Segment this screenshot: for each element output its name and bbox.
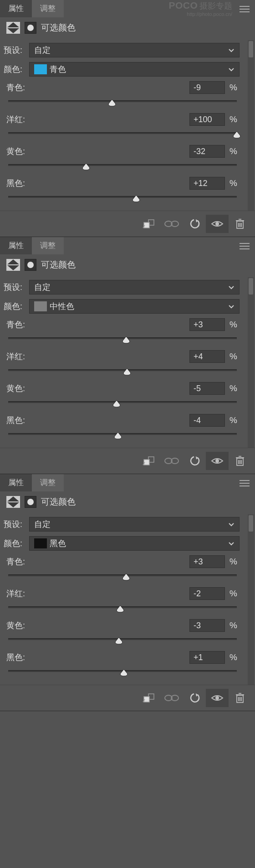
slider-value-input[interactable]: +3 — [189, 555, 225, 568]
view-previous-button[interactable] — [160, 689, 183, 707]
panel-menu-icon[interactable] — [240, 480, 250, 489]
slider-track[interactable] — [8, 432, 237, 443]
reset-button[interactable] — [183, 689, 206, 707]
slider-thumb[interactable] — [116, 605, 124, 613]
adjustment-layer-icon — [6, 22, 20, 34]
panel-menu-icon[interactable] — [240, 243, 250, 252]
tab-adjustments[interactable]: 调整 — [32, 237, 64, 254]
slider-thumb[interactable] — [108, 99, 116, 107]
slider-value-input[interactable]: -5 — [189, 382, 225, 395]
color-select[interactable]: 青色 — [29, 62, 240, 77]
slider-cyan: 青色: +3 % — [4, 555, 240, 584]
slider-value-input[interactable]: -9 — [189, 81, 225, 94]
adjustment-layer-icon — [6, 496, 20, 508]
slider-thumb[interactable] — [122, 574, 130, 581]
percent-label: % — [230, 620, 239, 630]
slider-thumb[interactable] — [112, 400, 121, 408]
slider-track[interactable] — [8, 195, 237, 206]
reset-button[interactable] — [183, 215, 206, 233]
svg-point-21 — [215, 459, 219, 463]
slider-track[interactable] — [8, 336, 237, 347]
slider-thumb[interactable] — [115, 637, 123, 645]
panel-footer — [0, 685, 255, 711]
slider-track[interactable] — [8, 131, 237, 142]
color-swatch — [34, 538, 47, 548]
panel-header: 可选颜色 — [0, 254, 255, 277]
toggle-visibility-button[interactable] — [206, 452, 229, 470]
color-swatch — [34, 64, 47, 74]
tab-properties[interactable]: 属性 — [0, 237, 32, 254]
slider-track[interactable] — [8, 400, 237, 411]
adjustment-layer-icon — [6, 259, 20, 271]
clip-to-layer-button[interactable] — [138, 452, 160, 470]
slider-thumb[interactable] — [114, 432, 122, 439]
slider-black: 黑色: +1 % — [4, 651, 240, 680]
selective-color-icon — [25, 259, 36, 271]
preset-select[interactable]: 自定 — [29, 43, 240, 57]
panel-header: 可选颜色 — [0, 17, 255, 40]
delete-button[interactable] — [229, 452, 251, 470]
tab-adjustments[interactable]: 调整 — [32, 474, 64, 491]
slider-track[interactable] — [8, 605, 237, 616]
slider-label: 黑色: — [6, 652, 25, 663]
preset-label: 预设: — [4, 519, 26, 530]
slider-thumb[interactable] — [82, 163, 90, 170]
toggle-visibility-button[interactable] — [206, 689, 229, 707]
slider-thumb[interactable] — [122, 336, 130, 344]
selective-color-panel: 属性 调整 可选颜色 预设: 自定 颜色: 中性色 — [0, 237, 255, 474]
slider-value-input[interactable]: +4 — [189, 350, 225, 363]
slider-thumb[interactable] — [123, 368, 131, 376]
tab-adjustments[interactable]: 调整 — [32, 0, 64, 17]
panel-title: 可选颜色 — [41, 259, 76, 271]
slider-value-input[interactable]: -3 — [189, 619, 225, 632]
slider-value-input[interactable]: +3 — [189, 318, 225, 331]
slider-value-input[interactable]: -32 — [189, 145, 225, 158]
color-swatch — [34, 301, 47, 311]
slider-yellow: 黄色: -3 % — [4, 619, 240, 648]
clip-to-layer-button[interactable] — [138, 689, 160, 707]
view-previous-button[interactable] — [160, 452, 183, 470]
slider-track[interactable] — [8, 99, 237, 110]
preset-select[interactable]: 自定 — [29, 280, 240, 294]
panel-header: 可选颜色 — [0, 491, 255, 514]
slider-thumb[interactable] — [233, 131, 241, 139]
selective-color-panel: 属性 调整 可选颜色 预设: 自定 颜色: 黑色 — [0, 474, 255, 711]
slider-track[interactable] — [8, 368, 237, 379]
tab-properties[interactable]: 属性 — [0, 474, 32, 491]
slider-black: 黑色: -4 % — [4, 414, 240, 443]
slider-value-input[interactable]: -2 — [189, 587, 225, 600]
view-previous-button[interactable] — [160, 215, 183, 233]
slider-track[interactable] — [8, 163, 237, 174]
slider-thumb[interactable] — [132, 195, 140, 202]
slider-value-input[interactable]: +1 — [189, 651, 225, 664]
slider-label: 黑色: — [6, 415, 25, 426]
delete-button[interactable] — [229, 215, 251, 233]
delete-button[interactable] — [229, 689, 251, 707]
color-select[interactable]: 中性色 — [29, 299, 240, 314]
slider-track[interactable] — [8, 637, 237, 648]
preset-select[interactable]: 自定 — [29, 517, 240, 532]
panel-footer — [0, 211, 255, 237]
reset-button[interactable] — [183, 452, 206, 470]
percent-label: % — [230, 589, 239, 599]
scrollbar[interactable] — [248, 40, 254, 211]
scrollbar[interactable] — [248, 514, 254, 685]
tab-bar: 属性 调整 POCO 摄影专题http://photo.poco.cn/ — [0, 0, 255, 17]
scrollbar[interactable] — [248, 277, 254, 448]
tab-properties[interactable]: 属性 — [0, 0, 32, 17]
svg-point-35 — [215, 696, 219, 700]
slider-value-input[interactable]: +12 — [189, 177, 225, 190]
color-select[interactable]: 黑色 — [29, 536, 240, 551]
panel-menu-icon[interactable] — [240, 5, 250, 15]
slider-label: 黄色: — [6, 620, 25, 631]
slider-track[interactable] — [8, 669, 237, 680]
tab-bar: 属性 调整 — [0, 237, 255, 254]
slider-value-input[interactable]: -4 — [189, 414, 225, 427]
percent-label: % — [230, 351, 239, 362]
slider-value-input[interactable]: +100 — [189, 113, 225, 126]
slider-label: 黄色: — [6, 146, 25, 157]
clip-to-layer-button[interactable] — [138, 215, 160, 233]
toggle-visibility-button[interactable] — [206, 215, 229, 233]
slider-thumb[interactable] — [120, 669, 128, 677]
slider-track[interactable] — [8, 574, 237, 584]
